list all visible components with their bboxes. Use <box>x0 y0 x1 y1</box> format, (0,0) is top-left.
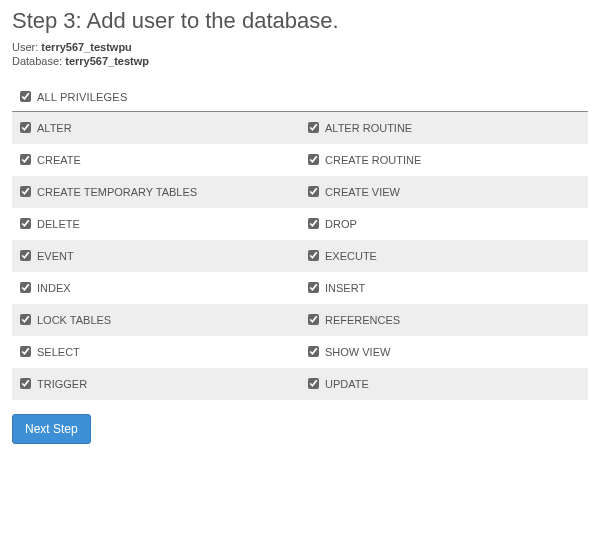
privilege-cell: SELECT <box>12 336 300 368</box>
privilege-text: REFERENCES <box>325 314 400 326</box>
privilege-row: EVENTEXECUTE <box>12 240 588 272</box>
privilege-checkbox[interactable] <box>308 218 319 229</box>
database-label: Database: <box>12 55 62 67</box>
privilege-cell: CREATE TEMPORARY TABLES <box>12 176 300 208</box>
privilege-checkbox[interactable] <box>308 314 319 325</box>
privilege-checkbox[interactable] <box>20 122 31 133</box>
privilege-text: CREATE ROUTINE <box>325 154 421 166</box>
privilege-row: SELECTSHOW VIEW <box>12 336 588 368</box>
privilege-label[interactable]: UPDATE <box>308 378 369 390</box>
database-line: Database: terry567_testwp <box>12 54 588 68</box>
privilege-checkbox[interactable] <box>20 378 31 389</box>
privilege-text: EVENT <box>37 250 74 262</box>
privilege-text: EXECUTE <box>325 250 377 262</box>
privilege-checkbox[interactable] <box>308 378 319 389</box>
privilege-checkbox[interactable] <box>308 122 319 133</box>
privilege-cell: LOCK TABLES <box>12 304 300 336</box>
privilege-text: DELETE <box>37 218 80 230</box>
privilege-label[interactable]: CREATE TEMPORARY TABLES <box>20 186 197 198</box>
user-value: terry567_testwpu <box>41 41 132 53</box>
privilege-label[interactable]: INSERT <box>308 282 365 294</box>
privilege-cell: DROP <box>300 208 588 240</box>
privilege-cell: REFERENCES <box>300 304 588 336</box>
privilege-label[interactable]: CREATE <box>20 154 81 166</box>
privilege-cell: ALTER ROUTINE <box>300 112 588 144</box>
privilege-text: LOCK TABLES <box>37 314 111 326</box>
database-value: terry567_testwp <box>65 55 149 67</box>
privilege-row: TRIGGERUPDATE <box>12 368 588 400</box>
privilege-text: CREATE TEMPORARY TABLES <box>37 186 197 198</box>
privilege-cell: EXECUTE <box>300 240 588 272</box>
privilege-cell: TRIGGER <box>12 368 300 400</box>
privilege-label[interactable]: SELECT <box>20 346 80 358</box>
privilege-checkbox[interactable] <box>308 282 319 293</box>
privilege-cell: CREATE ROUTINE <box>300 144 588 176</box>
privilege-row: CREATECREATE ROUTINE <box>12 144 588 176</box>
privilege-checkbox[interactable] <box>20 186 31 197</box>
privilege-label[interactable]: EVENT <box>20 250 74 262</box>
privilege-label[interactable]: TRIGGER <box>20 378 87 390</box>
privilege-checkbox[interactable] <box>20 218 31 229</box>
privilege-cell: UPDATE <box>300 368 588 400</box>
privilege-text: INSERT <box>325 282 365 294</box>
privilege-row: LOCK TABLESREFERENCES <box>12 304 588 336</box>
privilege-label[interactable]: DELETE <box>20 218 80 230</box>
privilege-cell: ALTER <box>12 112 300 144</box>
privilege-label[interactable]: REFERENCES <box>308 314 400 326</box>
privilege-cell: DELETE <box>12 208 300 240</box>
privilege-checkbox[interactable] <box>20 250 31 261</box>
privilege-label[interactable]: ALTER <box>20 122 72 134</box>
privilege-checkbox[interactable] <box>308 250 319 261</box>
privilege-label[interactable]: INDEX <box>20 282 71 294</box>
privilege-checkbox[interactable] <box>20 346 31 357</box>
privilege-cell: EVENT <box>12 240 300 272</box>
privilege-label[interactable]: LOCK TABLES <box>20 314 111 326</box>
privilege-label[interactable]: ALTER ROUTINE <box>308 122 412 134</box>
privilege-text: SELECT <box>37 346 80 358</box>
privilege-checkbox[interactable] <box>20 314 31 325</box>
all-privileges-row: ALL PRIVILEGES <box>12 87 588 109</box>
privilege-text: ALTER <box>37 122 72 134</box>
privilege-checkbox[interactable] <box>20 154 31 165</box>
user-label: User: <box>12 41 38 53</box>
all-privileges-text: ALL PRIVILEGES <box>37 91 127 103</box>
privilege-row: INDEXINSERT <box>12 272 588 304</box>
privilege-text: CREATE <box>37 154 81 166</box>
privilege-row: CREATE TEMPORARY TABLESCREATE VIEW <box>12 176 588 208</box>
privilege-label[interactable]: CREATE ROUTINE <box>308 154 421 166</box>
privilege-cell: INDEX <box>12 272 300 304</box>
privilege-cell: INSERT <box>300 272 588 304</box>
privileges-table: ALTERALTER ROUTINECREATECREATE ROUTINECR… <box>12 112 588 400</box>
privilege-text: SHOW VIEW <box>325 346 390 358</box>
privilege-checkbox[interactable] <box>308 154 319 165</box>
privilege-text: ALTER ROUTINE <box>325 122 412 134</box>
privilege-checkbox[interactable] <box>308 346 319 357</box>
privilege-label[interactable]: DROP <box>308 218 357 230</box>
privilege-text: DROP <box>325 218 357 230</box>
privilege-text: TRIGGER <box>37 378 87 390</box>
privilege-checkbox[interactable] <box>308 186 319 197</box>
privilege-cell: SHOW VIEW <box>300 336 588 368</box>
privilege-checkbox[interactable] <box>20 282 31 293</box>
user-line: User: terry567_testwpu <box>12 40 588 54</box>
all-privileges-checkbox[interactable] <box>20 91 31 102</box>
privilege-row: DELETEDROP <box>12 208 588 240</box>
privilege-label[interactable]: EXECUTE <box>308 250 377 262</box>
privilege-text: CREATE VIEW <box>325 186 400 198</box>
all-privileges-label[interactable]: ALL PRIVILEGES <box>20 91 580 103</box>
privilege-cell: CREATE VIEW <box>300 176 588 208</box>
step-heading: Step 3: Add user to the database. <box>12 8 588 34</box>
privilege-row: ALTERALTER ROUTINE <box>12 112 588 144</box>
next-step-button[interactable]: Next Step <box>12 414 91 444</box>
privilege-text: UPDATE <box>325 378 369 390</box>
privilege-label[interactable]: SHOW VIEW <box>308 346 390 358</box>
privilege-label[interactable]: CREATE VIEW <box>308 186 400 198</box>
privilege-cell: CREATE <box>12 144 300 176</box>
privilege-text: INDEX <box>37 282 71 294</box>
